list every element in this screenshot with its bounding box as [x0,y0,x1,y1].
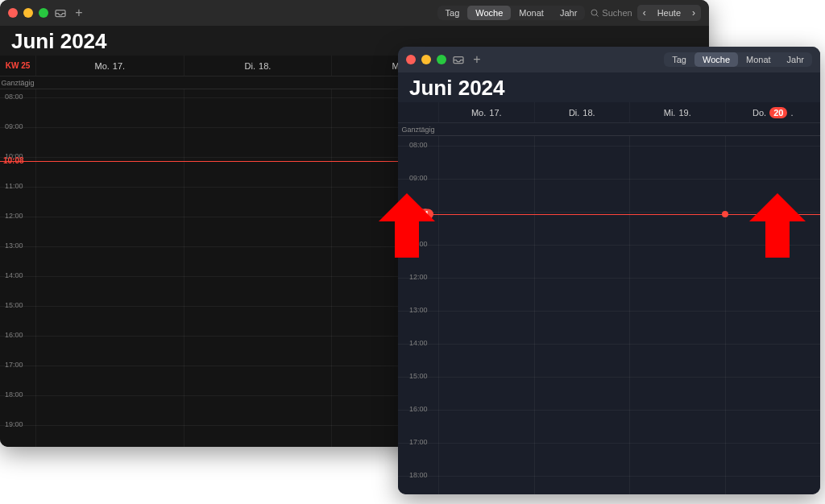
hour-label: 08:00 [409,141,428,149]
hour-label: 09:00 [409,174,428,182]
annotation-arrow-left [379,193,435,258]
day-header: Mo. 17. Di. 18. Mi. 19. Do. 20 . [398,102,820,123]
current-time-dot [722,211,728,217]
hour-label: 16:00 [409,405,428,413]
hour-label: 18:00 [409,471,428,479]
toolbar-right: Tag Woche Monat Jahr [664,47,812,72]
today-date-badge: 20 [769,107,787,118]
day-column-thu[interactable]: Do. 20 . [725,102,821,122]
day-column-mon[interactable]: Mo. 17. [438,102,534,122]
time-grid[interactable]: 08:0009:0010:0011:0012:0013:0014:0015:00… [398,136,820,494]
hour-row: 09:00 [398,179,820,180]
calendar-window-front: + Tag Woche Monat Jahr Juni 2024 Mo. 17.… [398,47,820,494]
add-event-icon[interactable]: + [471,53,483,66]
allday-label: Ganztägig [398,123,438,135]
tab-month[interactable]: Monat [511,6,552,20]
toolbar-right: Tag Woche Monat Jahr Suchen ‹ Heute › [437,0,701,26]
day-column-tue[interactable]: Di. 18. [184,56,332,76]
nav-today-group: ‹ Heute › [637,5,701,21]
hour-row: 13:00 [398,311,820,312]
search-placeholder: Suchen [602,8,632,18]
hour-row: 08:00 [398,146,820,147]
inbox-icon[interactable] [452,53,465,66]
week-number: KW 25 [0,56,35,76]
hour-label: 15:00 [409,372,428,380]
hour-row: 17:00 [398,443,820,444]
minimize-icon[interactable] [23,8,33,18]
hour-label: 11:00 [5,182,23,190]
titlebar: + Tag Woche Monat Jahr Suchen ‹ Heute › [0,0,709,26]
svg-marker-5 [749,193,806,258]
hour-row: 16:00 [398,410,820,411]
hour-label: 14:00 [5,271,23,279]
hour-label: 14:00 [409,339,428,347]
hour-row: 18:00 [398,476,820,477]
day-column-mon[interactable]: Mo. 17. [35,56,184,76]
hour-label: 09:00 [5,122,23,130]
hour-label: 19:00 [5,420,23,428]
hour-label: 15:00 [5,301,23,309]
tab-day[interactable]: Tag [664,52,694,67]
tab-year[interactable]: Jahr [779,52,812,67]
svg-marker-4 [379,193,435,258]
hour-label: 17:00 [5,361,23,369]
tab-month[interactable]: Monat [738,52,779,67]
current-time-label: 10:08 [3,156,24,165]
add-event-icon[interactable]: + [73,6,85,19]
day-column-wed[interactable]: Mi. 19. [629,102,725,122]
hour-row: 15:00 [398,377,820,378]
tab-week[interactable]: Woche [694,52,738,67]
next-week-button[interactable]: › [686,5,701,21]
hour-row: 12:00 [398,278,820,279]
zoom-icon[interactable] [39,8,48,18]
close-icon[interactable] [8,8,18,18]
tab-week[interactable]: Woche [467,6,511,20]
hour-label: 12:00 [5,212,23,220]
search-icon [590,8,599,18]
titlebar: + Tag Woche Monat Jahr [398,47,820,72]
view-segmented-control[interactable]: Tag Woche Monat Jahr [437,6,586,20]
today-button[interactable]: Heute [652,6,686,20]
allday-label: Ganztägig [0,76,35,89]
hour-label: 12:00 [409,273,428,281]
day-column-tue[interactable]: Di. 18. [534,102,630,122]
minimize-icon[interactable] [421,55,431,64]
zoom-icon[interactable] [437,55,446,64]
hour-label: 18:00 [5,390,23,399]
view-segmented-control[interactable]: Tag Woche Monat Jahr [664,52,812,67]
hour-label: 08:00 [5,93,23,101]
inbox-icon[interactable] [54,6,67,19]
hour-label: 16:00 [5,331,23,339]
prev-week-button[interactable]: ‹ [637,5,652,21]
tab-year[interactable]: Jahr [552,6,585,20]
search-field[interactable]: Suchen [590,8,632,18]
close-icon[interactable] [406,55,416,64]
hour-label: 13:00 [409,306,428,314]
hour-label: 13:00 [5,242,23,250]
month-title: Juni 2024 [398,72,820,102]
tab-day[interactable]: Tag [437,6,468,20]
hour-label: 17:00 [409,438,428,446]
hour-row: 14:00 [398,344,820,345]
svg-line-2 [597,14,599,16]
svg-point-1 [591,10,597,15]
annotation-arrow-right [749,193,806,258]
allday-row[interactable]: Ganztägig [398,123,820,136]
